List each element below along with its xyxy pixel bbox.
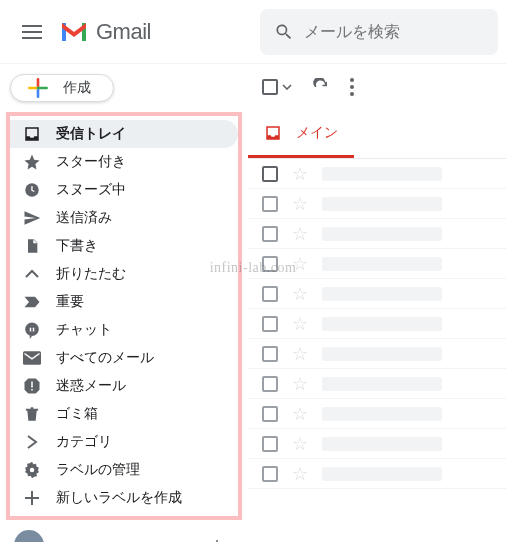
mail-row[interactable]: ☆ bbox=[248, 189, 506, 219]
svg-point-7 bbox=[350, 92, 354, 96]
sidebar-item-4[interactable]: 下書き bbox=[10, 232, 238, 260]
row-checkbox[interactable] bbox=[262, 346, 278, 362]
sidebar-item-2[interactable]: スヌーズ中 bbox=[10, 176, 238, 204]
mail-row[interactable]: ☆ bbox=[248, 339, 506, 369]
row-checkbox[interactable] bbox=[262, 226, 278, 242]
row-star-icon[interactable]: ☆ bbox=[292, 403, 308, 425]
important-icon bbox=[22, 295, 42, 309]
mail-row[interactable]: ☆ bbox=[248, 369, 506, 399]
sidebar-item-10[interactable]: ゴミ箱 bbox=[10, 400, 238, 428]
mail-row[interactable]: ☆ bbox=[248, 399, 506, 429]
sidebar-item-label: スター付き bbox=[56, 153, 126, 171]
refresh-button[interactable] bbox=[312, 78, 330, 96]
hangouts-avatar[interactable] bbox=[14, 530, 44, 542]
sidebar-item-12[interactable]: ラベルの管理 bbox=[10, 456, 238, 484]
mail-row[interactable]: ☆ bbox=[248, 429, 506, 459]
refresh-icon bbox=[312, 78, 330, 96]
row-sender-redacted bbox=[322, 407, 442, 421]
row-star-icon[interactable]: ☆ bbox=[292, 463, 308, 485]
sidebar-item-13[interactable]: 新しいラベルを作成 bbox=[10, 484, 238, 512]
sidebar-item-label: ゴミ箱 bbox=[56, 405, 98, 423]
sidebar-item-1[interactable]: スター付き bbox=[10, 148, 238, 176]
sidebar-nav-highlighted: 受信トレイスター付きスヌーズ中送信済み下書き折りたたむ重要チャットすべてのメール… bbox=[6, 112, 242, 520]
row-sender-redacted bbox=[322, 257, 442, 271]
sidebar-item-label: 折りたたむ bbox=[56, 265, 126, 283]
sidebar-item-label: すべてのメール bbox=[56, 349, 154, 367]
sidebar-item-label: 重要 bbox=[56, 293, 84, 311]
row-checkbox[interactable] bbox=[262, 196, 278, 212]
row-star-icon[interactable]: ☆ bbox=[292, 193, 308, 215]
row-checkbox[interactable] bbox=[262, 466, 278, 482]
sidebar-item-label: 受信トレイ bbox=[56, 125, 126, 143]
star-icon bbox=[22, 153, 42, 171]
row-star-icon[interactable]: ☆ bbox=[292, 163, 308, 185]
mail-row[interactable]: ☆ bbox=[248, 159, 506, 189]
sidebar-item-label: 迷惑メール bbox=[56, 377, 126, 395]
trash-icon bbox=[22, 405, 42, 423]
spam-icon bbox=[22, 377, 42, 395]
row-checkbox[interactable] bbox=[262, 376, 278, 392]
category-icon bbox=[22, 434, 42, 450]
mail-row[interactable]: ☆ bbox=[248, 459, 506, 489]
row-star-icon[interactable]: ☆ bbox=[292, 313, 308, 335]
sidebar-item-7[interactable]: チャット bbox=[10, 316, 238, 344]
row-star-icon[interactable]: ☆ bbox=[292, 343, 308, 365]
row-sender-redacted bbox=[322, 437, 442, 451]
row-sender-redacted bbox=[322, 347, 442, 361]
app-name: Gmail bbox=[96, 19, 151, 45]
sidebar-item-label: スヌーズ中 bbox=[56, 181, 126, 199]
sidebar-item-8[interactable]: すべてのメール bbox=[10, 344, 238, 372]
mail-row[interactable]: ☆ bbox=[248, 219, 506, 249]
row-sender-redacted bbox=[322, 197, 442, 211]
row-sender-redacted bbox=[322, 227, 442, 241]
sidebar-item-9[interactable]: 迷惑メール bbox=[10, 372, 238, 400]
mail-row[interactable]: ☆ bbox=[248, 279, 506, 309]
row-sender-redacted bbox=[322, 467, 442, 481]
search-bar[interactable] bbox=[260, 9, 498, 55]
row-checkbox[interactable] bbox=[262, 436, 278, 452]
sidebar-item-label: チャット bbox=[56, 321, 112, 339]
select-all-checkbox[interactable] bbox=[262, 79, 292, 95]
collapse-icon bbox=[22, 269, 42, 279]
tab-primary[interactable]: メイン bbox=[248, 110, 354, 158]
row-star-icon[interactable]: ☆ bbox=[292, 433, 308, 455]
sidebar-item-0[interactable]: 受信トレイ bbox=[10, 120, 238, 148]
row-checkbox[interactable] bbox=[262, 406, 278, 422]
tab-label: メイン bbox=[296, 124, 338, 142]
mail-row[interactable]: ☆ bbox=[248, 249, 506, 279]
more-button[interactable] bbox=[350, 78, 354, 96]
row-checkbox[interactable] bbox=[262, 286, 278, 302]
sidebar-item-5[interactable]: 折りたたむ bbox=[10, 260, 238, 288]
row-star-icon[interactable]: ☆ bbox=[292, 223, 308, 245]
row-star-icon[interactable]: ☆ bbox=[292, 283, 308, 305]
row-checkbox[interactable] bbox=[262, 166, 278, 182]
send-icon bbox=[22, 209, 42, 227]
sidebar-item-11[interactable]: カテゴリ bbox=[10, 428, 238, 456]
row-sender-redacted bbox=[322, 287, 442, 301]
svg-point-1 bbox=[25, 323, 39, 337]
gmail-logo[interactable]: Gmail bbox=[60, 19, 151, 45]
compose-button[interactable]: 作成 bbox=[10, 74, 114, 102]
row-star-icon[interactable]: ☆ bbox=[292, 373, 308, 395]
clock-icon bbox=[22, 181, 42, 199]
plus-icon bbox=[22, 490, 42, 506]
sidebar-item-label: 下書き bbox=[56, 237, 98, 255]
svg-point-6 bbox=[350, 85, 354, 89]
search-icon bbox=[274, 22, 294, 42]
new-chat-button[interactable]: ＋ bbox=[206, 530, 228, 542]
search-input[interactable] bbox=[304, 23, 464, 41]
sidebar-item-label: ラベルの管理 bbox=[56, 461, 140, 479]
draft-icon bbox=[22, 237, 42, 255]
chat-icon bbox=[22, 321, 42, 339]
compose-plus-icon bbox=[25, 75, 51, 101]
row-star-icon[interactable]: ☆ bbox=[292, 253, 308, 275]
row-checkbox[interactable] bbox=[262, 256, 278, 272]
svg-point-5 bbox=[350, 78, 354, 82]
sidebar-item-6[interactable]: 重要 bbox=[10, 288, 238, 316]
row-sender-redacted bbox=[322, 377, 442, 391]
mail-row[interactable]: ☆ bbox=[248, 309, 506, 339]
main-menu-button[interactable] bbox=[8, 8, 56, 56]
row-checkbox[interactable] bbox=[262, 316, 278, 332]
sidebar-item-label: 新しいラベルを作成 bbox=[56, 489, 182, 507]
sidebar-item-3[interactable]: 送信済み bbox=[10, 204, 238, 232]
